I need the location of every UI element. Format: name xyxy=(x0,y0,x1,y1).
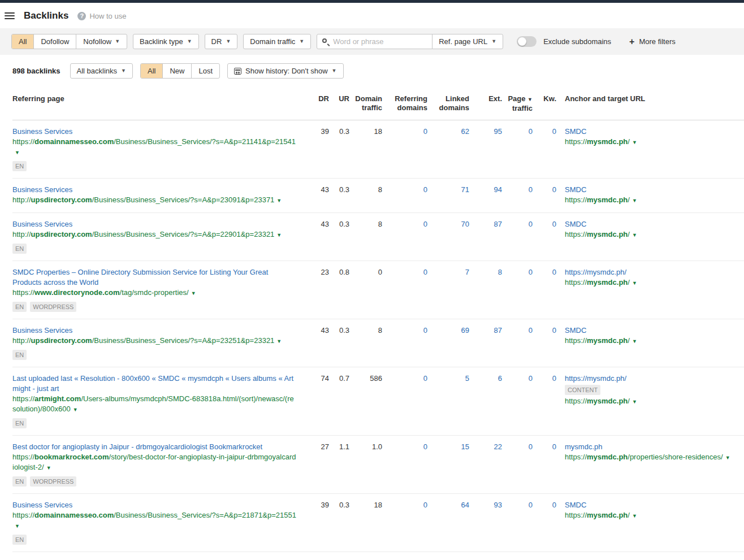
anchor-link[interactable]: SMDC xyxy=(565,326,586,335)
anchor-link[interactable]: SMDC xyxy=(565,220,586,228)
ext-link[interactable]: 95 xyxy=(494,127,502,136)
target-dropdown-caret[interactable]: ▼ xyxy=(632,232,637,238)
url-dropdown-caret[interactable]: ▼ xyxy=(46,465,51,471)
page-traffic-link[interactable]: 0 xyxy=(529,442,533,451)
target-dropdown-caret[interactable]: ▼ xyxy=(632,198,637,203)
anchor-link[interactable]: https://mysmdc.ph/ xyxy=(565,374,626,383)
col-header-ur[interactable]: UR xyxy=(329,94,349,103)
kw-link[interactable]: 0 xyxy=(552,326,556,335)
page-traffic-link[interactable]: 0 xyxy=(529,374,533,383)
referring-page-link[interactable]: Business Services xyxy=(12,127,72,136)
url-dropdown-caret[interactable]: ▼ xyxy=(276,338,282,344)
kw-link[interactable]: 0 xyxy=(552,268,556,276)
anchor-link[interactable]: https://mysmdc.ph/ xyxy=(565,268,626,276)
ext-link[interactable]: 94 xyxy=(494,185,502,194)
anchor-link[interactable]: SMDC xyxy=(565,127,586,136)
target-dropdown-caret[interactable]: ▼ xyxy=(632,140,637,145)
linked-domains-link[interactable]: 62 xyxy=(461,127,469,136)
filter-tab-nofollow[interactable]: Nofollow ▼ xyxy=(76,34,127,49)
target-dropdown-caret[interactable]: ▼ xyxy=(632,399,637,405)
col-header-anchor[interactable]: Anchor and target URL xyxy=(556,94,744,103)
dr-filter-dropdown[interactable]: DR ▼ xyxy=(205,34,238,49)
filter-tab-dofollow[interactable]: Dofollow xyxy=(34,34,76,49)
ext-link[interactable]: 93 xyxy=(494,501,502,509)
referring-page-link[interactable]: Best doctor for angioplasty in Jaipur - … xyxy=(12,442,262,451)
kw-link[interactable]: 0 xyxy=(552,220,556,228)
linked-domains-link[interactable]: 64 xyxy=(461,501,469,509)
show-history-dropdown[interactable]: Show history: Don't show ▼ xyxy=(227,63,343,79)
backlink-type-dropdown[interactable]: Backlink type ▼ xyxy=(133,34,199,49)
col-header-page-traffic[interactable]: Page ▼ traffic xyxy=(502,94,533,113)
url-dropdown-caret[interactable]: ▼ xyxy=(73,407,78,413)
ext-link[interactable]: 87 xyxy=(494,326,502,335)
ext-link[interactable]: 8 xyxy=(498,268,502,276)
linked-domains-link[interactable]: 5 xyxy=(465,374,469,383)
target-dropdown-caret[interactable]: ▼ xyxy=(725,455,730,461)
referring-domains-link[interactable]: 0 xyxy=(423,185,427,194)
url-dropdown-caret[interactable]: ▼ xyxy=(15,523,20,529)
ext-link[interactable]: 6 xyxy=(498,374,502,383)
kw-link[interactable]: 0 xyxy=(552,501,556,509)
kw-link[interactable]: 0 xyxy=(552,442,556,451)
linked-domains-link[interactable]: 15 xyxy=(461,442,469,451)
linked-domains-link[interactable]: 69 xyxy=(461,326,469,335)
url-dropdown-caret[interactable]: ▼ xyxy=(276,232,282,238)
referring-domains-link[interactable]: 0 xyxy=(423,220,427,228)
referring-page-url: https://www.directorynode.com/tag/smdc-p… xyxy=(12,288,296,298)
referring-page-link[interactable]: Business Services xyxy=(12,185,72,194)
col-header-referring-domains[interactable]: Referring domains xyxy=(382,94,427,112)
page-traffic-link[interactable]: 0 xyxy=(529,127,533,136)
linked-domains-link[interactable]: 7 xyxy=(465,268,469,276)
anchor-link[interactable]: SMDC xyxy=(565,501,586,509)
ext-link[interactable]: 22 xyxy=(494,442,502,451)
referring-domains-link[interactable]: 0 xyxy=(423,127,427,136)
domain-traffic-dropdown[interactable]: Domain traffic ▼ xyxy=(243,34,311,49)
col-header-ext[interactable]: Ext. xyxy=(469,94,502,103)
referring-domains-link[interactable]: 0 xyxy=(423,268,427,276)
url-dropdown-caret[interactable]: ▼ xyxy=(15,150,20,155)
status-tab-new[interactable]: New xyxy=(163,64,192,78)
kw-link[interactable]: 0 xyxy=(552,185,556,194)
col-header-dr[interactable]: DR xyxy=(306,94,329,103)
status-tab-all[interactable]: All xyxy=(141,64,163,78)
col-header-linked-domains[interactable]: Linked domains xyxy=(427,94,469,112)
anchor-link[interactable]: SMDC xyxy=(565,185,586,194)
page-traffic-link[interactable]: 0 xyxy=(529,501,533,509)
col-header-kw[interactable]: Kw. xyxy=(533,94,556,103)
anchor-link[interactable]: mysmdc.ph xyxy=(565,442,602,451)
linked-domains-link[interactable]: 71 xyxy=(461,185,469,194)
ref-page-url-dropdown[interactable]: Ref. page URL ▼ xyxy=(432,34,503,49)
page-traffic-link[interactable]: 0 xyxy=(529,268,533,276)
page-traffic-link[interactable]: 0 xyxy=(529,185,533,194)
url-dropdown-caret[interactable]: ▼ xyxy=(276,198,282,203)
exclude-subdomains-toggle[interactable] xyxy=(517,36,537,47)
linked-domains-link[interactable]: 70 xyxy=(461,220,469,228)
target-dropdown-caret[interactable]: ▼ xyxy=(632,280,637,286)
more-filters-button[interactable]: + More filters xyxy=(629,37,676,46)
filter-tab-all[interactable]: All xyxy=(12,34,34,49)
url-dropdown-caret[interactable]: ▼ xyxy=(191,290,196,296)
page-traffic-link[interactable]: 0 xyxy=(529,326,533,335)
referring-page-link[interactable]: Business Services xyxy=(12,220,72,228)
referring-page-link[interactable]: Business Services xyxy=(12,326,72,335)
search-input[interactable] xyxy=(333,37,427,46)
referring-domains-link[interactable]: 0 xyxy=(423,442,427,451)
referring-domains-link[interactable]: 0 xyxy=(423,374,427,383)
kw-link[interactable]: 0 xyxy=(552,127,556,136)
kw-link[interactable]: 0 xyxy=(552,374,556,383)
target-dropdown-caret[interactable]: ▼ xyxy=(632,513,637,519)
status-tab-lost[interactable]: Lost xyxy=(192,64,219,78)
all-backlinks-dropdown[interactable]: All backlinks ▼ xyxy=(70,63,133,79)
target-dropdown-caret[interactable]: ▼ xyxy=(632,338,637,344)
page-traffic-link[interactable]: 0 xyxy=(529,220,533,228)
referring-domains-link[interactable]: 0 xyxy=(423,326,427,335)
hamburger-menu-icon[interactable] xyxy=(5,12,15,19)
referring-domains-link[interactable]: 0 xyxy=(423,501,427,509)
referring-page-link[interactable]: Last uploaded last « Resolution - 800x60… xyxy=(12,374,293,393)
referring-page-link[interactable]: SMDC Properties – Online Directory Submi… xyxy=(12,268,268,286)
col-header-referring-page[interactable]: Referring page xyxy=(12,94,306,103)
referring-page-link[interactable]: Business Services xyxy=(12,501,72,509)
col-header-domain-traffic[interactable]: Domain traffic xyxy=(349,94,382,112)
how-to-use-link[interactable]: ? How to use xyxy=(77,12,126,20)
ext-link[interactable]: 87 xyxy=(494,220,502,228)
